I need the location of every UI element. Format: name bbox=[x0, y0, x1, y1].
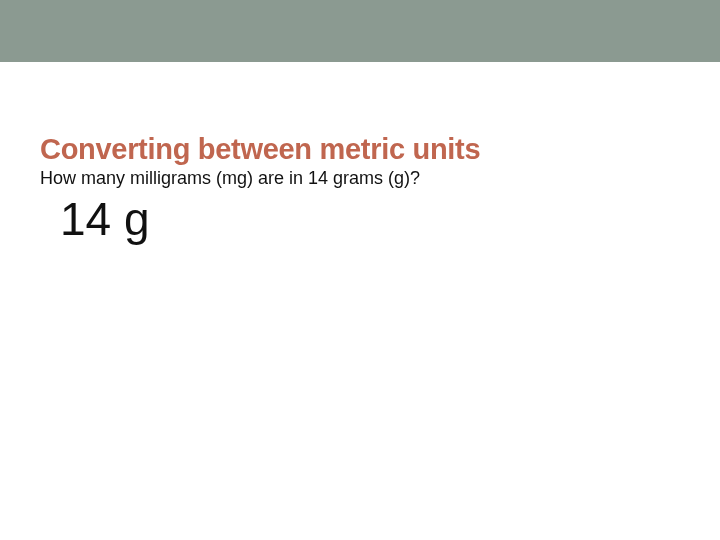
slide-body: Converting between metric units How many… bbox=[0, 62, 720, 243]
slide-heading: Converting between metric units bbox=[40, 134, 680, 166]
title-bar bbox=[0, 0, 720, 62]
slide-question: How many milligrams (mg) are in 14 grams… bbox=[40, 168, 680, 189]
starting-quantity: 14 g bbox=[60, 195, 680, 243]
